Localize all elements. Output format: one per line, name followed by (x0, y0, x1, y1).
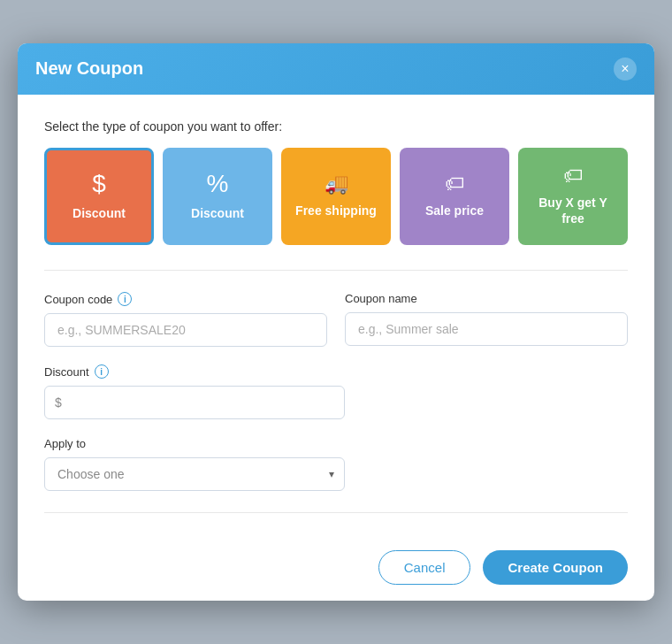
coupon-code-label: Coupon code i (44, 292, 327, 306)
create-coupon-button[interactable]: Create Coupon (483, 550, 628, 585)
modal-body: Select the type of coupon you want to of… (18, 95, 654, 534)
close-button[interactable]: × (614, 58, 637, 80)
discount-label: Discount i (44, 364, 345, 379)
discount-info-icon[interactable]: i (95, 364, 109, 379)
coupon-name-input[interactable] (345, 312, 628, 346)
coupon-type-sale-price[interactable]: 🏷 Sale price (400, 148, 509, 245)
dollar-icon: $ (92, 172, 106, 196)
divider-bottom (44, 512, 628, 513)
bogo-icon: 🏷 (563, 166, 583, 186)
coupon-type-bogo[interactable]: 🏷 Buy X get Y free (518, 148, 628, 245)
shipping-icon: 🚚 (325, 174, 348, 194)
coupon-code-input[interactable] (44, 313, 327, 347)
coupon-type-dollar-discount[interactable]: $ Discount (44, 148, 154, 245)
apply-to-group: Apply to Choose one All Products Specifi… (44, 437, 345, 491)
card-label-sale: Sale price (425, 203, 484, 218)
modal-header: New Coupon × (18, 43, 654, 95)
card-label-percent: Discount (191, 205, 244, 221)
coupon-code-group: Coupon code i (44, 292, 327, 347)
coupon-type-free-shipping[interactable]: 🚚 Free shipping (281, 148, 391, 245)
modal-title: New Coupon (35, 58, 143, 79)
discount-group: Discount i $ (44, 364, 345, 419)
section-label: Select the type of coupon you want to of… (44, 119, 628, 134)
apply-to-label: Apply to (44, 437, 345, 450)
coupon-name-group: Coupon name (345, 292, 628, 347)
coupon-code-info-icon[interactable]: i (118, 292, 132, 306)
discount-input[interactable] (44, 386, 345, 419)
coupon-type-percent-discount[interactable]: % Discount (163, 148, 272, 245)
modal-dialog: New Coupon × Select the type of coupon y… (18, 43, 654, 601)
modal-footer: Cancel Create Coupon (18, 534, 654, 601)
coupon-type-selector: $ Discount % Discount 🚚 Free shipping 🏷 … (44, 148, 628, 245)
apply-to-select-wrapper: Choose one All Products Specific Product… (44, 457, 345, 491)
sale-icon: 🏷 (445, 174, 464, 194)
cancel-button[interactable]: Cancel (378, 550, 471, 585)
card-label-bogo: Buy X get Y free (530, 195, 616, 226)
percent-icon: % (207, 172, 229, 196)
apply-to-select[interactable]: Choose one All Products Specific Product… (44, 457, 345, 491)
divider-top (44, 270, 628, 271)
card-label-shipping: Free shipping (295, 203, 377, 218)
form-row-codes: Coupon code i Coupon name (44, 292, 628, 347)
discount-input-wrapper: $ (44, 386, 345, 419)
modal-overlay: New Coupon × Select the type of coupon y… (0, 0, 672, 644)
coupon-name-label: Coupon name (345, 292, 628, 305)
card-label-dollar: Discount (73, 205, 126, 221)
